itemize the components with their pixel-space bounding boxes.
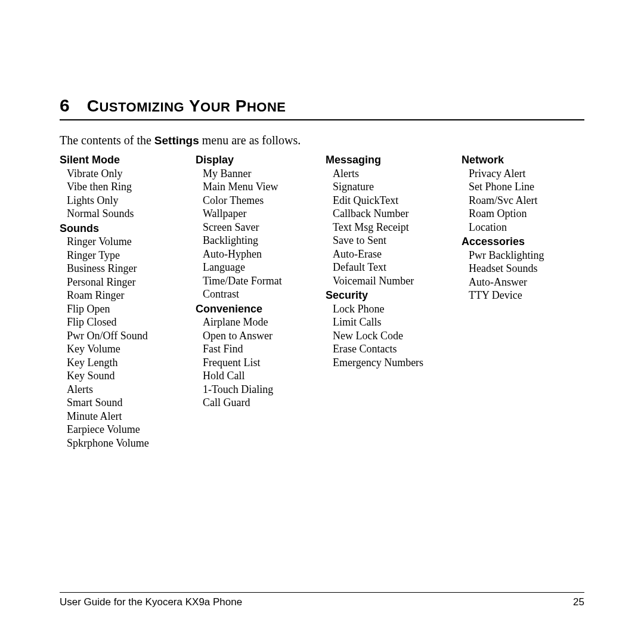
intro-text: The contents of the Settings menu are as… xyxy=(60,134,584,147)
menu-item: Call Guard xyxy=(203,396,321,410)
menu-item: Language xyxy=(203,261,321,274)
menu-item: Hold Call xyxy=(203,369,321,383)
menu-item: Headset Sounds xyxy=(469,262,581,275)
menu-item: Main Menu View xyxy=(203,180,321,194)
menu-item: Spkrphone Volume xyxy=(67,436,191,450)
section-heading: Convenience xyxy=(196,302,321,316)
menu-item: Earpiece Volume xyxy=(67,423,191,436)
settings-columns: Silent ModeVibrate OnlyVibe then RingLig… xyxy=(60,153,584,450)
menu-item: Alerts xyxy=(67,383,191,397)
menu-item: Privacy Alert xyxy=(469,167,581,181)
intro-suffix: menu are as follows. xyxy=(199,134,301,147)
page: 6 CUSTOMIZING YOUR PHONE The contents of… xyxy=(0,0,644,644)
menu-item: Screen Saver xyxy=(203,221,321,234)
chapter-title: CUSTOMIZING YOUR PHONE xyxy=(87,97,286,116)
menu-item: Normal Sounds xyxy=(67,207,191,221)
chapter-title-part: Y xyxy=(184,97,200,115)
section-heading: Sounds xyxy=(60,222,191,236)
chapter-title-part: P xyxy=(230,97,246,115)
section-heading: Network xyxy=(462,153,581,167)
menu-item: Location xyxy=(469,221,581,234)
menu-item: Ringer Type xyxy=(67,249,191,262)
menu-item: Flip Closed xyxy=(67,315,191,329)
settings-column: DisplayMy BannerMain Menu ViewColor Them… xyxy=(196,153,321,450)
section-heading: Messaging xyxy=(326,153,457,167)
menu-item: Default Text xyxy=(333,261,457,274)
menu-item: Pwr On/Off Sound xyxy=(67,329,191,343)
settings-column: MessagingAlertsSignatureEdit QuickTextCa… xyxy=(326,153,457,450)
menu-item: Vibrate Only xyxy=(67,167,191,181)
menu-item: Auto-Hyphen xyxy=(203,247,321,261)
footer-page-number: 25 xyxy=(573,596,584,608)
intro-bold: Settings xyxy=(154,134,199,147)
menu-item: Frequent List xyxy=(203,356,321,370)
chapter-title-part: OUR xyxy=(200,100,230,114)
menu-item: Wallpaper xyxy=(203,207,321,221)
menu-item: Roam/Svc Alert xyxy=(469,194,581,208)
page-footer: User Guide for the Kyocera KX9a Phone 25 xyxy=(60,592,584,608)
section-heading: Silent Mode xyxy=(60,153,191,167)
settings-column: Silent ModeVibrate OnlyVibe then RingLig… xyxy=(60,153,191,450)
menu-item: Vibe then Ring xyxy=(67,180,191,194)
chapter-number: 6 xyxy=(60,95,70,116)
menu-item: Erase Contacts xyxy=(333,342,457,356)
menu-item: Key Volume xyxy=(67,342,191,356)
chapter-title-part: USTOMIZING xyxy=(99,100,184,114)
section-heading: Display xyxy=(196,153,321,167)
menu-item: Alerts xyxy=(333,167,457,181)
menu-item: New Lock Code xyxy=(333,329,457,343)
menu-item: Key Sound xyxy=(67,369,191,383)
menu-item: Limit Calls xyxy=(333,315,457,329)
menu-item: Key Length xyxy=(67,356,191,370)
menu-item: Minute Alert xyxy=(67,410,191,423)
menu-item: Set Phone Line xyxy=(469,180,581,194)
menu-item: Time/Date Format xyxy=(203,274,321,288)
menu-item: Personal Ringer xyxy=(67,275,191,289)
settings-column: NetworkPrivacy AlertSet Phone LineRoam/S… xyxy=(462,153,581,450)
chapter-title-part: HONE xyxy=(247,100,286,114)
footer-left: User Guide for the Kyocera KX9a Phone xyxy=(60,596,242,608)
menu-item: Roam Option xyxy=(469,207,581,221)
menu-item: Edit QuickText xyxy=(333,194,457,208)
menu-item: Contrast xyxy=(203,287,321,301)
menu-item: 1-Touch Dialing xyxy=(203,383,321,397)
menu-item: Text Msg Receipt xyxy=(333,221,457,234)
menu-item: Signature xyxy=(333,180,457,194)
menu-item: Save to Sent xyxy=(333,234,457,247)
menu-item: Backlighting xyxy=(203,234,321,247)
menu-item: Lights Only xyxy=(67,194,191,208)
heading-rule xyxy=(60,119,584,120)
menu-item: Business Ringer xyxy=(67,262,191,275)
section-heading: Accessories xyxy=(462,235,581,249)
menu-item: Fast Find xyxy=(203,342,321,356)
menu-item: Color Themes xyxy=(203,194,321,208)
menu-item: Callback Number xyxy=(333,207,457,221)
menu-item: TTY Device xyxy=(469,289,581,302)
menu-item: My Banner xyxy=(203,167,321,181)
menu-item: Auto-Erase xyxy=(333,247,457,261)
menu-item: Open to Answer xyxy=(203,329,321,343)
menu-item: Smart Sound xyxy=(67,396,191,410)
menu-item: Ringer Volume xyxy=(67,235,191,249)
section-heading: Security xyxy=(326,289,457,302)
menu-item: Auto-Answer xyxy=(469,275,581,289)
menu-item: Voicemail Number xyxy=(333,274,457,288)
menu-item: Lock Phone xyxy=(333,302,457,316)
menu-item: Flip Open xyxy=(67,302,191,316)
menu-item: Emergency Numbers xyxy=(333,356,457,370)
menu-item: Airplane Mode xyxy=(203,315,321,329)
chapter-heading: 6 CUSTOMIZING YOUR PHONE xyxy=(60,95,584,116)
menu-item: Pwr Backlighting xyxy=(469,249,581,262)
chapter-title-part: C xyxy=(87,97,100,115)
intro-prefix: The contents of the xyxy=(60,134,154,147)
menu-item: Roam Ringer xyxy=(67,289,191,302)
